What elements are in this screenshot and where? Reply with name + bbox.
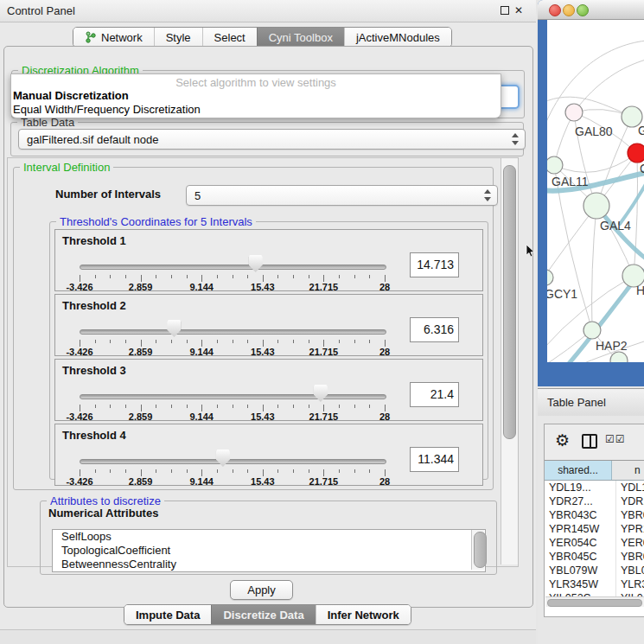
attribute-list-item[interactable]: BetweennessCentrality bbox=[53, 558, 485, 571]
table-row[interactable]: YER054CYER0 bbox=[545, 536, 644, 550]
slider-thumb[interactable] bbox=[216, 450, 230, 467]
node-label-hap2: HAP2 bbox=[596, 339, 628, 353]
minimize-traffic-icon[interactable] bbox=[563, 4, 575, 16]
node-hap2[interactable] bbox=[583, 322, 601, 339]
slider-track[interactable] bbox=[80, 265, 386, 270]
table-panel-titlebar: Table Panel bbox=[538, 388, 644, 417]
tab-label: jActiveMNodules bbox=[356, 31, 440, 44]
node-label-gal11: GAL11 bbox=[552, 175, 589, 188]
cell-name[interactable]: YLR3 bbox=[616, 577, 644, 591]
float-window-icon[interactable] bbox=[499, 4, 511, 16]
cell-shared-name[interactable]: YDR27... bbox=[545, 494, 616, 508]
table-row[interactable]: YPR145WYPR1 bbox=[545, 522, 644, 536]
close-icon[interactable]: ✕ bbox=[513, 4, 525, 16]
cell-shared-name[interactable]: YBR045C bbox=[545, 550, 616, 564]
cell-shared-name[interactable]: YBR043C bbox=[545, 508, 616, 522]
node-gcy1[interactable] bbox=[547, 270, 553, 285]
num-intervals-label: Number of Intervals bbox=[55, 188, 161, 201]
axis-tick-label: 28 bbox=[379, 282, 390, 292]
slider-thumb[interactable] bbox=[167, 320, 181, 337]
attribute-list-item[interactable]: SelfLoops bbox=[53, 530, 485, 544]
gear-icon[interactable]: ⚙ bbox=[555, 430, 570, 450]
table-row[interactable]: YDR27...YDR2 bbox=[545, 494, 644, 508]
node-bottom-partial[interactable] bbox=[610, 352, 628, 362]
threshold-value-box[interactable]: 21.4 bbox=[410, 382, 459, 407]
axis-tick-label: 15.43 bbox=[251, 347, 275, 357]
slider-ticks bbox=[80, 405, 385, 411]
apply-button[interactable]: Apply bbox=[230, 580, 293, 600]
network-canvas[interactable]: GAL80 G. C GAL11 GAL4 GCY1 H HAP2 bbox=[547, 20, 644, 362]
menu-item-manual-discretization[interactable]: Manual Discretization bbox=[13, 89, 129, 102]
zoom-traffic-icon[interactable] bbox=[577, 4, 589, 16]
node-label-gcy1: GCY1 bbox=[547, 287, 577, 301]
attributes-scrollbar[interactable] bbox=[471, 530, 484, 570]
tab-discretize-data[interactable]: Discretize Data bbox=[211, 605, 315, 624]
tab-network[interactable]: Network bbox=[73, 28, 154, 47]
attribute-list-item[interactable]: TopologicalCoefficient bbox=[53, 544, 485, 558]
cell-shared-name[interactable]: YLR345W bbox=[545, 577, 616, 591]
threshold-value-box[interactable]: 14.713 bbox=[410, 252, 459, 277]
tab-select[interactable]: Select bbox=[202, 28, 257, 47]
tab-impute-data[interactable]: Impute Data bbox=[124, 605, 211, 624]
table-row[interactable]: YLR345WYLR3 bbox=[545, 577, 644, 591]
tab-infer-network[interactable]: Infer Network bbox=[316, 605, 411, 624]
tab-jactivemnodules[interactable]: jActiveMNodules bbox=[344, 28, 451, 47]
threshold-panel: Threshold 4 -3.4262.8599.14415.4321.7152… bbox=[54, 424, 483, 486]
cell-name[interactable]: YBR0 bbox=[616, 508, 644, 522]
table-row[interactable]: YBR045CYBR0 bbox=[545, 550, 644, 564]
network-nodes[interactable] bbox=[547, 104, 644, 362]
network-view-window: GAL80 G. C GAL11 GAL4 GCY1 H HAP2 bbox=[538, 0, 644, 386]
num-intervals-combo[interactable]: 5 bbox=[186, 185, 498, 206]
cell-shared-name[interactable]: YDL19... bbox=[545, 481, 616, 494]
node-gal4[interactable] bbox=[583, 193, 609, 219]
cell-name[interactable]: YBR0 bbox=[616, 550, 644, 564]
combo-spinner-icon bbox=[511, 133, 519, 145]
numerical-attributes-list[interactable]: SelfLoopsTopologicalCoefficientBetweenne… bbox=[52, 529, 486, 572]
attributes-group: Attributes to discretize Numerical Attri… bbox=[40, 501, 497, 575]
node-gal11[interactable] bbox=[547, 156, 563, 174]
cell-name[interactable]: YDL1 bbox=[616, 481, 644, 494]
table-data-combo[interactable]: galFiltered.sif default node bbox=[18, 129, 526, 150]
main-scrollbar-thumb[interactable] bbox=[503, 165, 516, 439]
cell-name[interactable]: YER0 bbox=[616, 536, 644, 550]
tab-label: Cyni Toolbox bbox=[269, 31, 333, 44]
tab-style[interactable]: Style bbox=[154, 28, 202, 47]
threshold-value-box[interactable]: 6.316 bbox=[410, 317, 459, 342]
axis-tick-label: 9.144 bbox=[189, 282, 214, 292]
threshold-label: Threshold 2 bbox=[62, 299, 126, 312]
threshold-value-box[interactable]: 11.344 bbox=[410, 447, 459, 472]
cell-name[interactable]: YDR2 bbox=[616, 494, 644, 508]
cell-name[interactable]: YBL0 bbox=[616, 564, 644, 577]
cell-name[interactable]: YPR1 bbox=[616, 522, 644, 536]
cell-shared-name[interactable]: YPR145W bbox=[545, 522, 616, 536]
slider-tick-labels: -3.4262.8599.14415.4321.71528 bbox=[80, 411, 385, 422]
slider-track[interactable] bbox=[80, 394, 386, 399]
table-row[interactable]: YBR043CYBR0 bbox=[545, 508, 644, 522]
network-icon bbox=[85, 31, 97, 43]
table-row[interactable]: YDL19...YDL1 bbox=[545, 481, 644, 494]
axis-tick-label: 21.715 bbox=[309, 282, 339, 292]
menu-item-equal-width-frequency[interactable]: Equal Width/Frequency Discretization bbox=[13, 103, 201, 116]
axis-tick-label: 2.859 bbox=[129, 476, 153, 487]
table-hscrollbar[interactable] bbox=[545, 596, 644, 607]
node-gal80[interactable] bbox=[565, 104, 583, 121]
slider-track[interactable] bbox=[80, 329, 386, 335]
table-header-row: shared... n bbox=[545, 461, 644, 481]
slider-thumb[interactable] bbox=[249, 255, 263, 272]
tab-cyni-toolbox[interactable]: Cyni Toolbox bbox=[257, 28, 344, 47]
column-header-name[interactable]: n bbox=[612, 461, 644, 480]
column-header-shared-name[interactable]: shared... bbox=[545, 461, 612, 480]
threshold-list: Threshold 1 -3.4262.8599.14415.4321.7152… bbox=[54, 229, 483, 488]
node-selected-red[interactable] bbox=[628, 143, 644, 163]
table-row[interactable]: YBL079WYBL0 bbox=[545, 564, 644, 577]
bottom-strip bbox=[0, 629, 536, 644]
columns-icon[interactable] bbox=[582, 434, 597, 449]
main-scrollbar[interactable] bbox=[501, 158, 518, 564]
select-all-checkbox-icon[interactable]: ☑☑ bbox=[605, 433, 626, 445]
slider-track[interactable] bbox=[80, 459, 386, 464]
close-traffic-icon[interactable] bbox=[549, 4, 561, 16]
axis-tick-label: 9.144 bbox=[189, 411, 214, 422]
slider-thumb[interactable] bbox=[314, 385, 328, 402]
cell-shared-name[interactable]: YER054C bbox=[545, 536, 616, 550]
cell-shared-name[interactable]: YBL079W bbox=[545, 564, 616, 577]
